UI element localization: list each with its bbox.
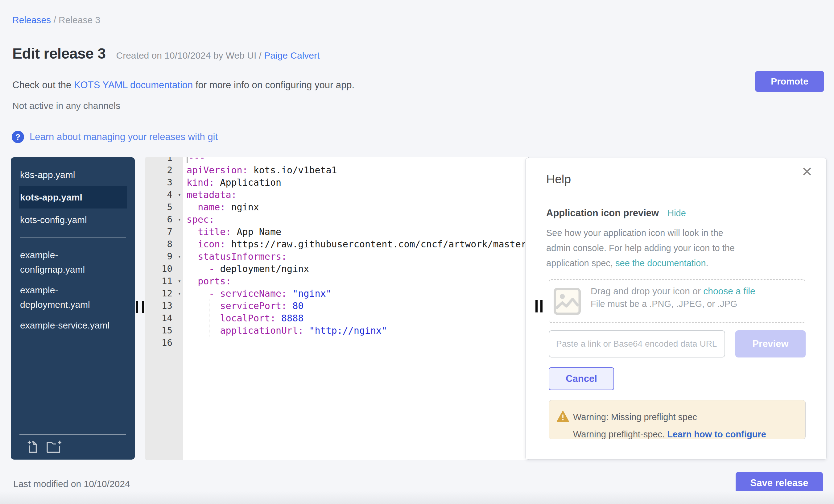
kots-yaml-doc-link[interactable]: KOTS YAML documentation bbox=[74, 80, 193, 90]
hide-link[interactable]: Hide bbox=[667, 208, 686, 218]
code-lines: 1---2apiVersion: kots.io/v1beta13kind: A… bbox=[145, 157, 528, 349]
fold-arrow-icon[interactable]: ▾ bbox=[178, 290, 181, 297]
title-row: Edit release 3 Created on 10/10/2024 by … bbox=[12, 45, 320, 62]
breadcrumb: Releases / Release 3 bbox=[12, 15, 100, 25]
page-title: Edit release 3 bbox=[12, 45, 106, 62]
learn-configure-link[interactable]: Learn how to configure bbox=[667, 429, 766, 439]
doc-info-line: Check out the KOTS YAML documentation fo… bbox=[12, 80, 354, 91]
doc-prefix: Check out the bbox=[12, 80, 74, 90]
warning-triangle-icon bbox=[556, 410, 569, 424]
file-tree-sidebar: k8s-app.yamlkots-app.yamlkots-config.yam… bbox=[11, 157, 135, 460]
code-line-9[interactable]: 9▾ statusInformers: bbox=[145, 250, 528, 262]
file-item-example-deployment.yaml[interactable]: example-deployment.yaml bbox=[19, 280, 123, 315]
file-list-divider bbox=[20, 238, 126, 238]
breadcrumb-separator: / bbox=[53, 15, 59, 25]
author-link[interactable]: Paige Calvert bbox=[264, 50, 320, 61]
edit-release-page: Releases / Release 3 Edit release 3 Crea… bbox=[0, 0, 834, 504]
file-item-k8s-app.yaml[interactable]: k8s-app.yaml bbox=[19, 163, 123, 186]
dropzone-line2: File must be a .PNG, .JPEG, or .JPG bbox=[591, 299, 755, 309]
sidebar-footer-divider bbox=[19, 434, 126, 435]
code-line-6[interactable]: 6▾spec: bbox=[145, 213, 528, 225]
close-icon[interactable]: ✕ bbox=[801, 165, 813, 179]
icon-dropzone[interactable]: Drag and drop your icon or choose a file… bbox=[549, 279, 805, 323]
line-number: 4▾ bbox=[145, 190, 183, 200]
new-file-icon[interactable] bbox=[26, 439, 40, 454]
help-resize-handle-bar[interactable] bbox=[540, 300, 543, 312]
code-line-11[interactable]: 11▾ ports: bbox=[145, 275, 528, 287]
last-modified-text: Last modified on 10/10/2024 bbox=[13, 479, 130, 489]
code-line-4[interactable]: 4▾metadata: bbox=[145, 189, 528, 201]
code-text: ports: bbox=[183, 276, 231, 287]
line-number: 14 bbox=[145, 313, 183, 323]
line-number: 16 bbox=[145, 337, 183, 348]
line-number: 8 bbox=[145, 239, 183, 249]
choose-file-link[interactable]: choose a file bbox=[703, 286, 755, 296]
breadcrumb-releases-link[interactable]: Releases bbox=[12, 15, 51, 25]
line-number: 9▾ bbox=[145, 251, 183, 262]
fold-arrow-icon[interactable]: ▾ bbox=[178, 253, 181, 259]
created-info: Created on 10/10/2024 by Web UI / Paige … bbox=[116, 50, 320, 61]
line-number: 1 bbox=[145, 157, 183, 163]
sidebar-resize-handle-bar[interactable] bbox=[142, 301, 144, 313]
line-number: 3 bbox=[145, 177, 183, 188]
icon-preview-description: See how your application icon will look … bbox=[546, 225, 750, 271]
promote-button[interactable]: Promote bbox=[755, 71, 824, 92]
code-text: title: App Name bbox=[183, 226, 281, 237]
file-item-example-service.yaml[interactable]: example-service.yaml bbox=[19, 315, 123, 335]
dropzone-text: Drag and drop your icon or choose a file… bbox=[591, 286, 755, 309]
help-title: Help bbox=[546, 172, 571, 186]
code-line-10[interactable]: 10 - deployment/nginx bbox=[145, 262, 528, 275]
git-releases-link[interactable]: Learn about managing your releases with … bbox=[29, 131, 218, 143]
line-number: 7 bbox=[145, 226, 183, 237]
icon-preview-section-header: Application icon preview Hide bbox=[546, 207, 686, 219]
line-number: 2 bbox=[145, 165, 183, 175]
image-placeholder-icon bbox=[553, 287, 581, 317]
code-line-5[interactable]: 5 name: nginx bbox=[145, 201, 528, 213]
question-icon: ? bbox=[12, 131, 24, 143]
indent-guide bbox=[209, 300, 210, 336]
line-number: 15 bbox=[145, 325, 183, 335]
help-resize-handle-bar[interactable] bbox=[535, 300, 537, 312]
fold-arrow-icon[interactable]: ▾ bbox=[178, 216, 181, 222]
yaml-editor[interactable]: 1---2apiVersion: kots.io/v1beta13kind: A… bbox=[145, 157, 529, 460]
fold-arrow-icon[interactable]: ▾ bbox=[178, 278, 181, 284]
code-line-14[interactable]: 14 localPort: 8888 bbox=[145, 312, 528, 324]
line-number: 5 bbox=[145, 202, 183, 212]
code-text: - deployment/nginx bbox=[183, 263, 309, 274]
sidebar-resize-handle-bar[interactable] bbox=[136, 301, 138, 313]
code-text: name: nginx bbox=[183, 202, 259, 213]
new-folder-icon[interactable] bbox=[45, 439, 64, 454]
line-number: 10 bbox=[145, 263, 183, 274]
preview-button[interactable]: Preview bbox=[735, 330, 806, 357]
icon-url-input[interactable] bbox=[549, 330, 725, 357]
code-text: applicationUrl: "http://nginx" bbox=[183, 325, 387, 336]
code-text: localPort: 8888 bbox=[183, 313, 304, 324]
cancel-button[interactable]: Cancel bbox=[549, 367, 614, 390]
code-text: - serviceName: "nginx" bbox=[183, 288, 332, 299]
code-line-8[interactable]: 8 icon: https://raw.githubusercontent.co… bbox=[145, 238, 528, 250]
code-line-16[interactable]: 16 bbox=[145, 336, 528, 349]
see-documentation-link[interactable]: see the documentation bbox=[615, 258, 706, 268]
file-item-kots-config.yaml[interactable]: kots-config.yaml bbox=[19, 209, 123, 231]
file-item-example-configmap.yaml[interactable]: example-configmap.yaml bbox=[19, 245, 123, 280]
warning-title: Warning: Missing preflight spec bbox=[573, 412, 697, 422]
code-line-3[interactable]: 3kind: Application bbox=[145, 176, 528, 189]
git-help-row: ? Learn about managing your releases wit… bbox=[12, 131, 218, 143]
file-item-kots-app.yaml[interactable]: kots-app.yaml bbox=[19, 186, 127, 209]
code-line-2[interactable]: 2apiVersion: kots.io/v1beta1 bbox=[145, 164, 528, 176]
code-line-12[interactable]: 12▾ - serviceName: "nginx" bbox=[145, 287, 528, 300]
icon-preview-title: Application icon preview bbox=[546, 207, 659, 219]
code-line-15[interactable]: 15 applicationUrl: "http://nginx" bbox=[145, 324, 528, 336]
code-text: metadata: bbox=[183, 190, 237, 200]
created-text: Created on 10/10/2024 by Web UI / bbox=[116, 50, 264, 61]
dropzone-line1: Drag and drop your icon or bbox=[591, 286, 703, 296]
code-text: apiVersion: kots.io/v1beta1 bbox=[183, 165, 337, 176]
code-line-7[interactable]: 7 title: App Name bbox=[145, 225, 528, 238]
code-line-1[interactable]: 1--- bbox=[145, 157, 528, 164]
code-text: icon: https://raw.githubusercontent.com/… bbox=[183, 239, 529, 249]
channel-status: Not active in any channels bbox=[12, 101, 120, 111]
code-line-13[interactable]: 13 servicePort: 80 bbox=[145, 300, 528, 312]
line-number: 12▾ bbox=[145, 288, 183, 299]
sidebar-footer-icons bbox=[26, 439, 64, 454]
fold-arrow-icon[interactable]: ▾ bbox=[178, 192, 181, 198]
